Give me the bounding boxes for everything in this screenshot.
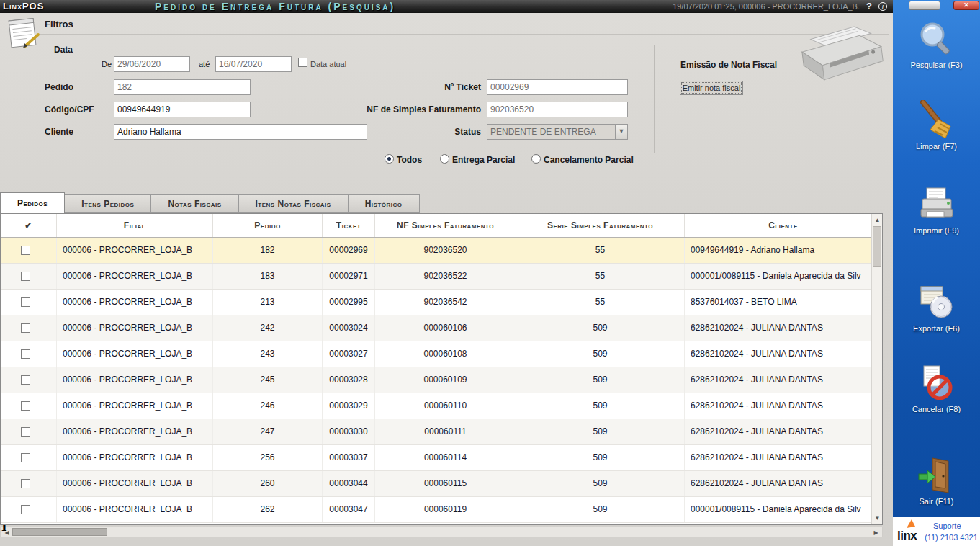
filters-heading: Filtros — [45, 19, 73, 30]
cell-ticket: 00003030 — [323, 419, 375, 444]
exportar-button[interactable]: Exportar (F6) — [893, 282, 980, 343]
cancelar-button[interactable]: Cancelar (F8) — [893, 363, 980, 424]
cell-filial: 000006 - PROCORRER_LOJA_B — [57, 264, 213, 289]
tab-notas-fiscais[interactable]: Notas Fiscais — [151, 194, 238, 213]
horizontal-scrollbar[interactable]: ◀ ▶ — [0, 527, 883, 537]
cell-check — [1, 367, 57, 393]
col-header-ticket[interactable]: Ticket — [323, 214, 375, 237]
window-restore-button[interactable] — [909, 1, 940, 10]
entrega-parcial-label: Entrega Parcial — [452, 155, 515, 165]
data-atual-label: Data atual — [310, 60, 346, 68]
table-row[interactable]: 000006 - PROCORRER_LOJA_B 260 00003044 0… — [1, 471, 871, 497]
cell-pedido: 183 — [213, 264, 323, 289]
action-sidebar: ✕ Pesquisar (F3) Limpar (F7) — [893, 0, 980, 546]
table-row[interactable]: 000006 - PROCORRER_LOJA_B 247 00003030 0… — [1, 419, 871, 445]
cell-ticket: 00003037 — [323, 445, 375, 470]
chevron-down-icon[interactable]: ▼ — [615, 125, 627, 139]
cell-pedido: 213 — [213, 290, 323, 315]
table-row[interactable]: 000006 - PROCORRER_LOJA_B 246 00003029 0… — [1, 393, 871, 419]
date-to-input[interactable] — [215, 56, 292, 72]
cell-check — [1, 445, 57, 470]
cell-check — [1, 393, 57, 419]
emissao-label: Emissão de Nota Fiscal — [680, 60, 777, 70]
help-icon[interactable]: ? — [866, 0, 872, 13]
cliente-input[interactable] — [114, 124, 367, 140]
todos-radio[interactable] — [385, 154, 394, 164]
entrega-parcial-radio[interactable] — [440, 154, 449, 164]
cell-ticket: 00003028 — [323, 367, 375, 393]
scroll-right-icon[interactable]: ▶ — [871, 527, 881, 538]
col-header-nf[interactable]: NF Simples Faturamento — [375, 214, 516, 237]
table-row[interactable]: 000006 - PROCORRER_LOJA_B 243 00003027 0… — [1, 341, 871, 367]
col-header-pedido[interactable]: Pedido — [213, 214, 323, 237]
tab-itens-notas-fiscais[interactable]: Itens Notas Fiscais — [239, 194, 349, 213]
cell-check — [1, 471, 57, 496]
row-checkbox[interactable] — [21, 453, 30, 462]
row-checkbox[interactable] — [21, 323, 30, 333]
vertical-scrollbar[interactable]: ▲ ▼ — [871, 214, 882, 524]
cell-nf: 902036522 — [375, 264, 516, 289]
cell-pedido: 247 — [213, 419, 323, 444]
scroll-down-icon[interactable]: ▼ — [872, 513, 883, 524]
tab-pedidos[interactable]: Pedidos — [0, 192, 65, 213]
cell-serie: 509 — [516, 445, 685, 470]
col-header-cliente[interactable]: Cliente — [685, 214, 882, 237]
table-row[interactable]: 000006 - PROCORRER_LOJA_B 242 00003024 0… — [1, 315, 871, 341]
limpar-label: Limpar (F7) — [893, 142, 980, 151]
row-checkbox[interactable] — [21, 272, 30, 281]
tab-itens-pedidos[interactable]: Itens Pedidos — [65, 194, 151, 213]
sair-button[interactable]: Sair (F11) — [893, 455, 980, 516]
info-icon[interactable]: i — [878, 2, 887, 11]
row-checkbox[interactable] — [21, 427, 30, 437]
status-dropdown[interactable]: PENDENTE DE ENTREGA ▼ — [487, 124, 628, 140]
ticket-input[interactable] — [487, 79, 628, 95]
row-checkbox[interactable] — [21, 401, 30, 411]
cell-filial: 000006 - PROCORRER_LOJA_B — [57, 393, 213, 419]
cell-ticket: 00003027 — [323, 341, 375, 367]
printer-icon — [893, 184, 980, 225]
row-checkbox[interactable] — [21, 349, 30, 359]
row-checkbox[interactable] — [21, 505, 30, 514]
horizontal-scroll-thumb[interactable] — [12, 528, 107, 536]
table-row[interactable]: 000006 - PROCORRER_LOJA_B 183 00002971 9… — [1, 264, 871, 290]
vertical-scroll-thumb[interactable] — [873, 226, 881, 267]
broom-icon — [893, 100, 980, 140]
cancelar-label: Cancelar (F8) — [893, 405, 980, 413]
check-column-header[interactable]: ✔ — [1, 214, 57, 237]
row-checkbox[interactable] — [21, 297, 30, 307]
row-checkbox[interactable] — [21, 246, 30, 255]
table-row[interactable]: 000006 - PROCORRER_LOJA_B 213 00002995 9… — [1, 290, 871, 315]
cell-serie: 55 — [516, 290, 685, 315]
cell-cliente: 62862102024 - JULIANA DANTAS — [685, 393, 871, 419]
tab-historico[interactable]: Histórico — [349, 194, 420, 213]
data-label: Data — [54, 45, 73, 55]
close-icon[interactable]: ✕ — [953, 1, 979, 10]
table-row[interactable]: 000006 - PROCORRER_LOJA_B 182 00002969 9… — [1, 238, 871, 264]
nf-input[interactable] — [487, 102, 628, 117]
imprimir-button[interactable]: Imprimir (F9) — [893, 184, 980, 245]
cell-filial: 000006 - PROCORRER_LOJA_B — [57, 238, 213, 263]
table-row[interactable]: 000006 - PROCORRER_LOJA_B 262 00003047 0… — [1, 497, 871, 523]
pedido-label: Pedido — [45, 82, 73, 92]
limpar-button[interactable]: Limpar (F7) — [893, 100, 980, 161]
cell-nf: 000060109 — [375, 367, 516, 393]
data-atual-checkbox[interactable] — [298, 58, 307, 67]
col-header-serie[interactable]: Serie Simples Faturamento — [516, 214, 685, 237]
table-row[interactable]: 000006 - PROCORRER_LOJA_B 256 00003037 0… — [1, 445, 871, 471]
cancelamento-parcial-radio[interactable] — [531, 154, 541, 164]
codigo-input[interactable] — [114, 102, 251, 117]
pesquisar-button[interactable]: Pesquisar (F3) — [893, 19, 980, 79]
col-header-filial[interactable]: Filial — [57, 214, 213, 237]
row-checkbox[interactable] — [21, 375, 30, 385]
cell-filial: 000006 - PROCORRER_LOJA_B — [57, 290, 213, 315]
app-window: LinxPOS Pedido de Entrega Futura (Pesqui… — [0, 0, 980, 546]
date-from-input[interactable] — [114, 56, 190, 72]
cell-cliente: 00949644919 - Adriano Hallama — [685, 238, 871, 263]
cell-filial: 000006 - PROCORRER_LOJA_B — [57, 445, 213, 470]
row-checkbox[interactable] — [21, 479, 30, 488]
de-label: De — [102, 60, 112, 68]
table-row[interactable]: 000006 - PROCORRER_LOJA_B 245 00003028 0… — [1, 367, 871, 393]
pedido-input[interactable] — [114, 79, 251, 95]
emitir-nota-fiscal-button[interactable]: Emitir nota fiscal — [680, 81, 743, 95]
scroll-up-icon[interactable]: ▲ — [872, 215, 883, 225]
